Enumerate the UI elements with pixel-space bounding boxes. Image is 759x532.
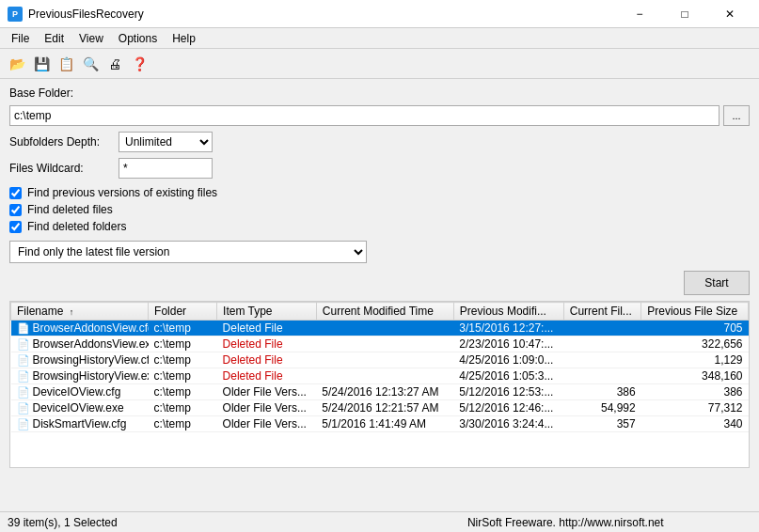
cell-previous-size: 1,129 — [641, 352, 749, 368]
wildcard-label: Files Wildcard: — [9, 162, 113, 175]
table-row[interactable]: 📄BrowsingHistoryView.exec:\tempDeleted F… — [11, 368, 749, 384]
toolbar-save[interactable]: 💾 — [30, 53, 53, 75]
toolbar-print[interactable]: 🖨 — [103, 53, 126, 75]
cell-current-modified: 5/1/2016 1:41:49 AM — [316, 416, 453, 432]
table-row[interactable]: 📄DeviceIOView.cfgc:\tempOlder File Vers.… — [11, 384, 749, 400]
cell-item-type: Deleted File — [217, 321, 317, 336]
toolbar-copy[interactable]: 📋 — [55, 53, 77, 75]
table-row[interactable]: 📄BrowserAddonsView.cfgc:\tempDeleted Fil… — [11, 321, 749, 336]
find-deleted-files-label: Find deleted files — [27, 203, 113, 216]
cell-current-file — [563, 336, 640, 352]
cell-current-modified — [316, 321, 453, 336]
cell-filename: 📄DiskSmartView.cfg — [11, 416, 149, 432]
window-controls: − □ ✕ — [618, 0, 751, 28]
menu-file[interactable]: File — [4, 30, 37, 47]
toolbar-new[interactable]: 📂 — [6, 53, 28, 75]
cell-previous-size: 386 — [641, 384, 749, 400]
cell-previous-size: 322,656 — [641, 336, 749, 352]
find-previous-label: Find previous versions of existing files — [27, 186, 217, 199]
start-row: Start — [9, 271, 750, 295]
table-body: 📄BrowserAddonsView.cfgc:\tempDeleted Fil… — [11, 321, 749, 432]
cell-current-file — [563, 368, 640, 384]
table-header-row: Filename ↑ Folder Item Type Current Modi… — [11, 303, 749, 321]
menu-help[interactable]: Help — [165, 30, 203, 47]
toolbar-help[interactable]: ❓ — [128, 53, 150, 75]
results-table-container[interactable]: Filename ↑ Folder Item Type Current Modi… — [9, 301, 750, 468]
cell-filename: 📄DeviceIOView.exe — [11, 400, 149, 416]
cell-filename: 📄BrowsingHistoryView.cfg — [11, 352, 149, 368]
cell-previous-modified: 2/23/2016 10:47:... — [453, 336, 563, 352]
cell-item-type: Older File Vers... — [217, 384, 317, 400]
table-row[interactable]: 📄DeviceIOView.exec:\tempOlder File Vers.… — [11, 400, 749, 416]
wildcard-input[interactable] — [119, 158, 213, 179]
version-select[interactable]: Find only the latest file version Find a… — [9, 241, 367, 263]
cell-current-file: 386 — [563, 384, 640, 400]
window-title: PreviousFilesRecovery — [28, 8, 618, 21]
cell-previous-modified: 5/12/2016 12:46:... — [453, 400, 563, 416]
cell-item-type: Deleted File — [217, 368, 317, 384]
file-icon: 📄 — [17, 417, 30, 430]
toolbar-search[interactable]: 🔍 — [79, 53, 102, 75]
col-item-type[interactable]: Item Type — [217, 303, 317, 321]
col-current-modified[interactable]: Current Modified Time — [316, 303, 453, 321]
file-icon: 📄 — [17, 337, 30, 351]
base-folder-input-row: ... — [9, 105, 750, 126]
cell-filename: 📄BrowserAddonsView.exe — [11, 336, 149, 352]
toolbar: 📂 💾 📋 🔍 🖨 ❓ — [0, 49, 759, 79]
menu-edit[interactable]: Edit — [37, 30, 71, 47]
table-row[interactable]: 📄BrowserAddonsView.exec:\tempDeleted Fil… — [11, 336, 749, 352]
base-folder-row: Base Folder: — [9, 86, 750, 100]
base-folder-input[interactable] — [9, 105, 719, 126]
cell-previous-modified: 3/15/2016 12:27:... — [453, 321, 563, 336]
version-dropdown-row: Find only the latest file version Find a… — [9, 241, 750, 263]
cell-folder: c:\temp — [149, 321, 217, 336]
checkbox-row-3: Find deleted folders — [9, 220, 750, 233]
file-icon: 📄 — [17, 385, 30, 399]
cell-folder: c:\temp — [149, 400, 217, 416]
status-bar: 39 item(s), 1 Selected NirSoft Freeware.… — [0, 511, 759, 532]
find-deleted-files-checkbox[interactable] — [9, 204, 22, 216]
menu-view[interactable]: View — [71, 30, 111, 47]
menu-options[interactable]: Options — [111, 30, 165, 47]
col-previous-size[interactable]: Previous File Size — [641, 303, 749, 321]
file-icon: 📄 — [17, 321, 30, 335]
col-current-file[interactable]: Current Fil... — [563, 303, 640, 321]
table-row[interactable]: 📄DiskSmartView.cfgc:\tempOlder File Vers… — [11, 416, 749, 432]
main-content: Base Folder: ... Subfolders Depth: Unlim… — [0, 79, 759, 476]
status-item-count: 39 item(s), 1 Selected — [8, 516, 380, 529]
cell-filename: 📄DeviceIOView.cfg — [11, 384, 149, 400]
subfolders-select[interactable]: Unlimited 1 2 3 — [119, 132, 213, 152]
cell-item-type: Older File Vers... — [217, 416, 317, 432]
file-icon: 📄 — [17, 353, 30, 367]
table-row[interactable]: 📄BrowsingHistoryView.cfgc:\tempDeleted F… — [11, 352, 749, 368]
cell-previous-size: 705 — [641, 321, 749, 336]
start-button[interactable]: Start — [684, 271, 750, 295]
maximize-button[interactable]: □ — [663, 0, 706, 28]
browse-button[interactable]: ... — [723, 105, 750, 126]
cell-item-type: Deleted File — [217, 336, 317, 352]
file-icon: 📄 — [17, 369, 30, 383]
col-previous-modified[interactable]: Previous Modifi... — [453, 303, 563, 321]
cell-current-modified: 5/24/2016 12:13:27 AM — [316, 384, 453, 400]
cell-previous-modified: 4/25/2016 1:05:3... — [453, 368, 563, 384]
col-filename[interactable]: Filename ↑ — [11, 303, 149, 321]
cell-previous-modified: 5/12/2016 12:53:... — [453, 384, 563, 400]
title-bar: P PreviousFilesRecovery − □ ✕ — [0, 0, 759, 28]
col-folder[interactable]: Folder — [149, 303, 217, 321]
app-icon: P — [8, 7, 23, 22]
find-previous-checkbox[interactable] — [9, 187, 22, 199]
cell-filename: 📄BrowserAddonsView.cfg — [11, 321, 149, 336]
minimize-button[interactable]: − — [618, 0, 661, 28]
cell-current-modified: 5/24/2016 12:21:57 AM — [316, 400, 453, 416]
cell-folder: c:\temp — [149, 384, 217, 400]
checkbox-row-2: Find deleted files — [9, 203, 750, 216]
cell-item-type: Deleted File — [217, 352, 317, 368]
cell-previous-size: 348,160 — [641, 368, 749, 384]
close-button[interactable]: ✕ — [708, 0, 751, 28]
cell-current-modified — [316, 352, 453, 368]
base-folder-label: Base Folder: — [9, 86, 73, 100]
cell-folder: c:\temp — [149, 336, 217, 352]
find-deleted-folders-checkbox[interactable] — [9, 221, 22, 233]
results-table: Filename ↑ Folder Item Type Current Modi… — [10, 302, 749, 432]
subfolders-row: Subfolders Depth: Unlimited 1 2 3 — [9, 132, 750, 152]
